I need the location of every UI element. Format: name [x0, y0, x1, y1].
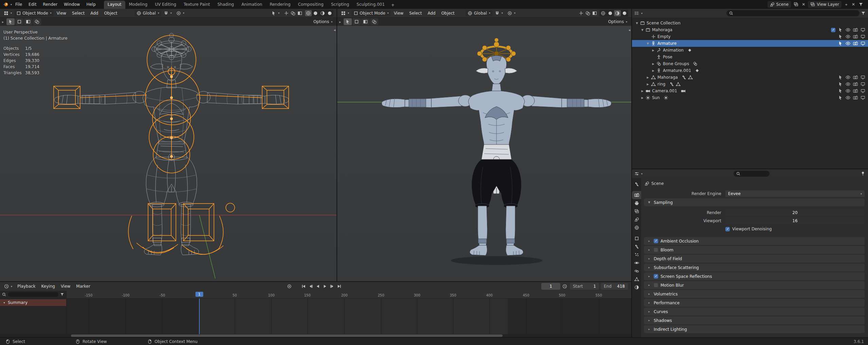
shading-material-icon[interactable]: [614, 10, 621, 16]
playhead-frame-badge[interactable]: 1: [196, 292, 203, 297]
outliner-row-scene-collection[interactable]: ▼ Scene Collection: [632, 20, 868, 26]
start-frame-field[interactable]: Start1: [570, 283, 599, 290]
outliner-editor-icon[interactable]: [634, 11, 639, 16]
properties-editor-icon[interactable]: [634, 171, 639, 176]
properties-tab-render[interactable]: [632, 191, 641, 199]
next-keyframe-button[interactable]: [329, 283, 335, 289]
properties-tab-world[interactable]: [632, 224, 641, 232]
editor-type-selector[interactable]: ▾: [2, 10, 14, 16]
menu-keying[interactable]: Keying: [39, 283, 58, 289]
new-scene-button[interactable]: [793, 1, 799, 7]
blender-logo-icon[interactable]: [3, 2, 9, 7]
section-ambient-occlusion[interactable]: ▸Ambient Occlusion: [644, 237, 865, 245]
properties-tab-output[interactable]: [632, 199, 641, 207]
section-depth-of-field[interactable]: ▸Depth of Field: [644, 255, 865, 263]
viewport-monitor-icon[interactable]: [861, 41, 865, 46]
outliner-row-ring[interactable]: ▶ ring: [632, 81, 868, 88]
expander-icon[interactable]: ▶: [651, 49, 655, 52]
viewport-monitor-icon[interactable]: [861, 27, 865, 32]
expander-icon[interactable]: ▼: [635, 22, 639, 25]
shading-solid-icon[interactable]: [607, 10, 614, 16]
app-menu-caret[interactable]: ▾: [11, 3, 12, 6]
bloom-checkbox[interactable]: [654, 248, 658, 252]
viewport-right-canvas[interactable]: ◂: [337, 26, 631, 281]
expander-icon[interactable]: ▼: [640, 28, 645, 32]
render-camera-icon[interactable]: [853, 41, 858, 46]
hide-eye-icon[interactable]: [846, 34, 850, 39]
tab-layout[interactable]: Layout: [104, 1, 125, 9]
selectable-icon[interactable]: [838, 34, 843, 39]
outliner-row-mahoraga-collection[interactable]: ▼ Mahoraga: [632, 26, 868, 33]
play-button[interactable]: [322, 283, 328, 289]
tab-animation[interactable]: Animation: [238, 1, 266, 9]
menu-add[interactable]: Add: [425, 10, 438, 16]
select-tool-dropdown[interactable]: ▾: [269, 10, 282, 16]
select-new-button[interactable]: [6, 18, 15, 25]
outliner-row-mahoraga-mesh[interactable]: ▶ Mahoraga: [632, 74, 868, 81]
section-curves[interactable]: ▸Curves: [644, 308, 865, 315]
toolbar-toggle-icon[interactable]: ▸: [339, 20, 341, 24]
ambient-occlusion-checkbox[interactable]: [654, 239, 658, 243]
snap-toggle[interactable]: ▾: [162, 10, 174, 16]
render-camera-icon[interactable]: [853, 27, 858, 32]
sidebar-toggle-icon[interactable]: ◂: [333, 28, 336, 32]
select-invert-button[interactable]: [33, 18, 41, 25]
shading-solid-icon[interactable]: [312, 10, 319, 16]
menu-object[interactable]: Object: [101, 10, 120, 16]
view-layer-selector[interactable]: View Layer: [808, 1, 842, 8]
shading-rendered-icon[interactable]: [621, 10, 628, 16]
select-extend-button[interactable]: [352, 18, 361, 25]
menu-render[interactable]: Render: [40, 0, 60, 9]
tab-shading[interactable]: Shading: [214, 1, 238, 9]
filter-icon[interactable]: [861, 11, 866, 16]
xray-toggle-icon[interactable]: [297, 11, 302, 16]
unlink-scene-button[interactable]: ✕: [801, 1, 806, 7]
summary-channel[interactable]: ▾ Summary: [0, 299, 66, 306]
end-frame-field[interactable]: End418: [601, 283, 628, 290]
hide-eye-icon[interactable]: [846, 82, 850, 87]
proportional-edit-toggle[interactable]: ▾: [174, 10, 186, 16]
outliner-search-input[interactable]: [726, 10, 860, 16]
pin-icon[interactable]: [861, 171, 865, 176]
properties-tab-view-layer[interactable]: [632, 207, 641, 215]
channel-search-input[interactable]: [8, 292, 58, 297]
search-icon[interactable]: [2, 292, 6, 296]
motion-blur-checkbox[interactable]: [654, 283, 658, 287]
menu-window[interactable]: Window: [61, 0, 83, 9]
hide-eye-icon[interactable]: [846, 75, 850, 80]
properties-tab-constraints[interactable]: [632, 267, 641, 275]
outliner-row-animation[interactable]: ▶ Animation: [632, 47, 868, 54]
toolbar-toggle-icon[interactable]: ▸: [2, 20, 4, 24]
outliner-row-sun[interactable]: ▶ Sun: [632, 94, 868, 101]
properties-tab-modifiers[interactable]: [632, 243, 641, 251]
transform-orientation-selector[interactable]: Global▾: [134, 10, 161, 16]
menu-edit[interactable]: Edit: [25, 0, 39, 9]
hide-eye-icon[interactable]: [846, 27, 850, 32]
tab-sculpting-001[interactable]: Sculpting.001: [353, 1, 388, 9]
mode-selector[interactable]: Object Mode▾: [351, 10, 391, 16]
proportional-edit-toggle[interactable]: ▾: [505, 10, 518, 16]
menu-file[interactable]: File: [12, 0, 25, 9]
expander-icon[interactable]: ▾: [2, 301, 6, 304]
section-shadows[interactable]: ▸Shadows: [644, 317, 865, 324]
hide-eye-icon[interactable]: [846, 89, 850, 93]
outliner-row-pose[interactable]: Pose: [632, 54, 868, 60]
menu-view[interactable]: View: [54, 10, 69, 16]
viewport-monitor-icon[interactable]: [861, 82, 865, 87]
select-subtract-button[interactable]: [24, 18, 32, 25]
expander-icon[interactable]: ▶: [651, 62, 655, 65]
viewport-monitor-icon[interactable]: [861, 34, 865, 39]
transform-orientation-selector[interactable]: Global▾: [466, 10, 492, 16]
expander-icon[interactable]: ▶: [646, 76, 650, 79]
expander-icon[interactable]: ▶: [651, 69, 655, 72]
properties-search-input[interactable]: [734, 171, 770, 177]
properties-tab-object[interactable]: [632, 234, 641, 243]
mode-selector[interactable]: Object Mode▾: [14, 10, 54, 16]
menu-select[interactable]: Select: [406, 10, 424, 16]
menu-marker[interactable]: Marker: [73, 283, 93, 289]
shading-wireframe-icon[interactable]: [600, 10, 607, 16]
outliner-row-empty[interactable]: Empty: [632, 33, 868, 40]
section-bloom[interactable]: ▸Bloom: [644, 246, 865, 254]
section-volumetrics[interactable]: ▸Volumetrics: [644, 290, 865, 298]
section-screen-space-reflections[interactable]: ▸Screen Space Reflections: [644, 272, 865, 280]
